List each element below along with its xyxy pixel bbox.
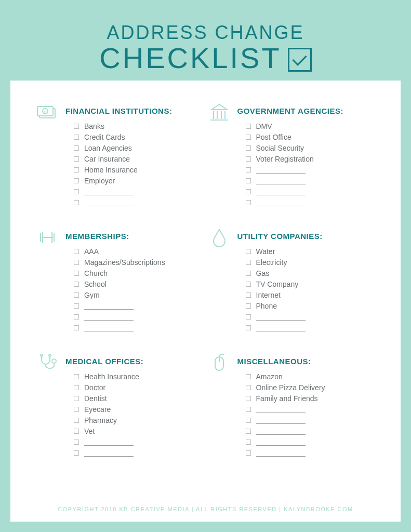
checkbox[interactable] [246,249,251,254]
checkbox[interactable] [74,167,79,172]
checkbox[interactable] [246,292,251,298]
checkbox[interactable] [246,135,251,140]
checkbox[interactable] [246,167,251,172]
checkbox[interactable] [74,385,79,390]
checklist-item-blank [246,175,375,186]
checklist-item: Pharmacy [74,415,203,425]
write-in-line[interactable] [256,449,306,457]
write-in-line[interactable] [84,302,134,310]
checkbox[interactable] [74,124,79,129]
write-in-line[interactable] [256,199,306,206]
checkbox[interactable] [246,418,251,423]
item-list: Health InsuranceDoctorDentistEyecarePhar… [65,371,203,458]
checklist-item: TV Company [246,278,375,289]
government-icon [208,101,230,123]
checkbox[interactable] [74,271,79,276]
checklist-item-blank [246,164,375,175]
checkbox[interactable] [74,200,79,205]
checkbox[interactable] [246,282,251,287]
write-in-line[interactable] [256,166,306,174]
checkbox[interactable] [246,429,251,434]
write-in-line[interactable] [256,428,306,435]
checkbox[interactable] [246,200,251,205]
write-in-line[interactable] [84,324,134,331]
checkbox[interactable] [74,396,79,401]
item-label: Gym [84,291,100,299]
checklist-item: Amazon [246,371,375,382]
checklist-item: Internet [246,289,375,300]
checkbox[interactable] [246,178,251,183]
checkbox[interactable] [246,124,251,129]
item-label: Banks [84,122,104,130]
write-in-line[interactable] [84,188,134,195]
checklist-item: Gas [246,268,375,278]
checklist-item-blank [246,197,375,208]
checkbox[interactable] [74,189,79,194]
checklist-item: Post Office [246,131,375,142]
checkbox[interactable] [246,260,251,265]
checkbox[interactable] [74,135,79,140]
checklist-item-blank [246,447,375,458]
write-in-line[interactable] [84,449,134,457]
header: ADDRESS CHANGE CHECKLIST [0,0,411,81]
checkbox[interactable] [246,396,251,401]
checkbox[interactable] [74,325,79,330]
checkbox[interactable] [246,325,251,330]
checkbox[interactable] [74,374,79,379]
checkbox[interactable] [74,145,79,151]
checkbox[interactable] [74,440,79,445]
write-in-line[interactable] [256,188,306,195]
checkbox[interactable] [246,156,251,162]
write-in-line[interactable] [256,313,306,321]
item-label: AAA [84,247,99,256]
checkbox[interactable] [246,374,251,379]
write-in-line[interactable] [256,177,306,184]
write-in-line[interactable] [256,324,306,331]
checkbox[interactable] [74,156,79,162]
item-label: Water [256,247,275,256]
checklist-item: School [74,278,203,289]
item-label: Dentist [84,394,107,403]
item-label: Gas [256,269,270,277]
item-label: Internet [256,291,281,299]
item-label: Car Insurance [84,155,130,163]
item-label: Phone [256,302,277,310]
checkbox[interactable] [74,260,79,265]
checkbox[interactable] [74,450,79,456]
write-in-line[interactable] [84,438,134,446]
checklist-item: Church [74,268,203,278]
checkbox[interactable] [74,314,79,320]
checkbox[interactable] [246,385,251,390]
checkbox[interactable] [74,429,79,434]
checkbox[interactable] [246,407,251,412]
section-title: MISCELLANEOUS: [237,357,375,366]
checkbox[interactable] [246,440,251,445]
write-in-line[interactable] [256,438,306,446]
checkbox[interactable] [74,303,79,309]
section: MEMBERSHIPS:AAAMagazines/SubscriptionsCh… [36,227,203,333]
checkbox[interactable] [74,292,79,298]
checkbox[interactable] [246,145,251,151]
write-in-line[interactable] [256,417,306,424]
item-label: Health Insurance [84,373,139,381]
checkbox[interactable] [74,282,79,287]
checkbox[interactable] [74,418,79,423]
checkbox[interactable] [246,271,251,276]
checkbox[interactable] [246,189,251,194]
item-list: BanksCredit CardsLoan AgenciesCar Insura… [65,121,203,208]
checkbox[interactable] [246,450,251,456]
checkbox[interactable] [74,249,79,254]
section: $$FINANCIAL INSTITUTIONS:BanksCredit Car… [36,101,203,208]
write-in-line[interactable] [84,313,134,321]
checkbox[interactable] [246,303,251,309]
checkbox[interactable] [74,178,79,183]
checklist-item-blank [74,197,203,208]
item-label: Vet [84,427,95,435]
checkbox[interactable] [246,314,251,320]
checkbox[interactable] [74,407,79,412]
write-in-line[interactable] [84,199,134,206]
checklist-item-blank [246,322,375,333]
section: GOVERNMENT AGENCIES:DMVPost OfficeSocial… [208,101,375,208]
section-title: UTILITY COMPANIES: [237,232,375,241]
write-in-line[interactable] [256,406,306,413]
